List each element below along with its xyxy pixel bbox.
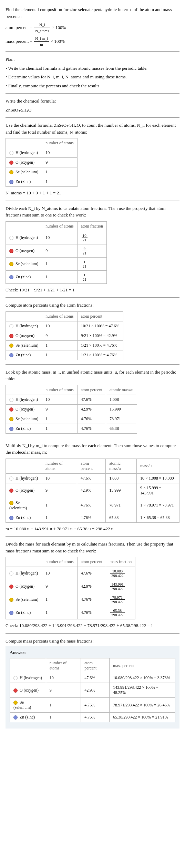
table-header-row: number of atoms atom percent <box>6 311 123 321</box>
element-name: H (hydrogen) <box>16 150 38 155</box>
formula-value: ZnSeO₄·5H₂O <box>6 107 179 114</box>
atoms-cell: 1 <box>46 698 81 713</box>
pct-cell: 4.76% <box>77 424 106 433</box>
atoms-cell: 9 <box>42 244 77 257</box>
answer-table: number of atoms atom percent mass percen… <box>10 658 175 722</box>
masses-text: Look up the atomic mass, m_i, in unified… <box>6 369 179 382</box>
table-row: O (oxygen)942.9%143.991/298.422 × 100% =… <box>10 683 175 698</box>
table-row: O (oxygen)9 <box>6 158 78 167</box>
pct-cell: 9/21 × 100% = 42.9% <box>77 331 123 340</box>
table-row: O (oxygen)9921 <box>6 244 107 257</box>
formula-label: Write the chemical formula: <box>6 98 179 105</box>
element-name: Se (selenium) <box>16 170 38 174</box>
massu-cell: 15.999 <box>106 483 137 498</box>
atoms-table: number of atoms H (hydrogen)10 O (oxygen… <box>6 138 78 187</box>
element-dot <box>9 611 13 615</box>
atoms-cell: 1 <box>42 513 77 522</box>
atoms-cell: 1 <box>42 498 77 513</box>
pct-cell: 42.9% <box>77 483 106 498</box>
header-pct: atom percent <box>81 658 110 673</box>
plan-bullet-3: • Finally, compute the percents and chec… <box>6 83 179 89</box>
table-header-row: number of atoms atom fraction <box>6 221 107 231</box>
pct-cell: 10/21 × 100% = 47.6% <box>77 321 123 331</box>
element-dot <box>9 585 13 589</box>
header-atoms: number of atoms <box>42 385 77 395</box>
element-dot <box>13 701 18 705</box>
table-header-row: number of atoms atom percent mass percen… <box>10 658 175 673</box>
element-name: Zn (zinc) <box>20 715 35 720</box>
header-atoms: number of atoms <box>46 658 81 673</box>
divider <box>6 297 179 298</box>
element-name: Se (selenium) <box>16 416 38 421</box>
frac-num: N_i <box>34 22 50 28</box>
element-name: O (oxygen) <box>20 688 39 693</box>
fractions-check: Check: 10/21 + 9/21 + 1/21 + 1/21 = 1 <box>6 287 179 293</box>
atoms-cell: 9 <box>42 404 77 414</box>
table-row: H (hydrogen)1047.6%1.00810 × 1.008 = 10.… <box>6 473 179 483</box>
times-100: × 100% <box>51 39 65 44</box>
atoms-cell: 1 <box>42 167 77 177</box>
divider <box>6 93 179 94</box>
header-atoms: number of atoms <box>42 138 77 148</box>
percents-table: number of atoms atom percent H (hydrogen… <box>6 311 123 360</box>
table-row: Zn (zinc)11/21 × 100% = 4.76% <box>6 350 123 360</box>
intro-text: Find the elemental composition for zinc … <box>6 6 179 20</box>
element-dot <box>9 236 13 240</box>
element-dot <box>9 324 13 328</box>
header-massu: atomic mass/u <box>106 385 137 395</box>
pct-cell: 4.76% <box>77 606 106 619</box>
table-row: H (hydrogen)10 <box>6 148 78 158</box>
pct-cell: 42.9% <box>77 580 106 593</box>
atoms-cell: 10 <box>46 673 81 683</box>
table-row: Se (selenium)14.76%78.971298.422 <box>6 593 135 606</box>
element-name: H (hydrogen) <box>20 675 42 680</box>
divider <box>6 117 179 118</box>
table-row: Zn (zinc)14.76%65.38/298.422 × 100% = 21… <box>10 713 175 722</box>
header-frac: atom fraction <box>77 221 106 231</box>
molmass-text: Multiply N_i by m_i to compute the mass … <box>6 442 179 456</box>
element-dot <box>9 170 13 174</box>
divider <box>6 633 179 634</box>
element-dot <box>9 161 13 165</box>
table-row: Zn (zinc)1 <box>6 177 78 187</box>
table-header-row: number of atoms atom percent mass fracti… <box>6 557 135 567</box>
natoms-total: N_atoms = 10 + 9 + 1 + 1 = 21 <box>6 190 179 196</box>
mp-cell: 143.991/298.422 × 100% = 48.25% <box>109 683 175 698</box>
fractions-text: Divide each N_i by N_atoms to calculate … <box>6 205 179 219</box>
mass-cell: 9 × 15.999 = 143.991 <box>136 483 179 498</box>
masspct-text: Compute mass percents using the mass fra… <box>6 638 179 645</box>
table-row: H (hydrogen)1010/21 × 100% = 47.6% <box>6 321 123 331</box>
element-dot <box>9 398 13 402</box>
atoms-cell: 10 <box>42 321 77 331</box>
element-name: H (hydrogen) <box>16 476 38 481</box>
massfrac-check: Check: 10.080/298.422 + 143.991/298.422 … <box>6 622 179 629</box>
header-pct: atom percent <box>77 385 106 395</box>
pct-cell: 42.9% <box>77 404 106 414</box>
element-dot <box>9 501 13 505</box>
atoms-cell: 9 <box>42 331 77 340</box>
element-dot <box>9 334 13 338</box>
atoms-cell: 10 <box>42 473 77 483</box>
element-dot <box>13 688 18 693</box>
mf-cell: 10.080298.422 <box>106 567 135 580</box>
atoms-cell: 1 <box>42 424 77 433</box>
pct-cell: 47.6% <box>77 395 106 404</box>
pct-cell: 4.76% <box>77 593 106 606</box>
element-dot <box>9 598 13 602</box>
divider <box>6 201 179 201</box>
header-mass: mass/u <box>136 459 179 473</box>
molmass-table: number of atoms atom percent atomic mass… <box>6 459 179 523</box>
element-dot <box>9 407 13 412</box>
header-mf: mass fraction <box>106 557 135 567</box>
atoms-cell: 1 <box>46 713 81 722</box>
element-dot <box>9 151 13 155</box>
fractions-table: number of atoms atom fraction H (hydroge… <box>6 221 107 284</box>
massu-cell: 15.999 <box>106 404 137 414</box>
element-name: Zn (zinc) <box>16 610 31 615</box>
mf-cell: 78.971298.422 <box>106 593 135 606</box>
element-name: Zn (zinc) <box>16 179 31 184</box>
divider <box>6 536 179 537</box>
percents-text: Compute atom percents using the atom fra… <box>6 302 179 309</box>
divider <box>6 364 179 365</box>
element-dot <box>9 571 13 576</box>
